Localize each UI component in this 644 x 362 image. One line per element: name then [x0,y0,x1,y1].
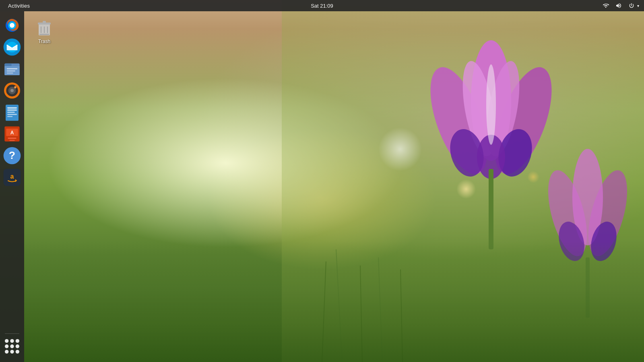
volume-icon[interactable] [614,2,623,9]
dock-item-firefox[interactable] [2,16,22,35]
svg-point-17 [486,64,496,145]
svg-point-40 [14,86,16,88]
top-panel: Activities Sat 21:09 ▾ [0,0,644,11]
svg-point-59 [16,339,19,343]
wifi-icon[interactable] [601,2,611,9]
svg-text:?: ? [9,149,15,161]
svg-text:A: A [10,130,14,136]
panel-clock[interactable]: Sat 21:09 [311,3,333,9]
dock-item-help[interactable]: ? [2,146,22,165]
panel-left: Activities [3,0,35,11]
dock-item-files[interactable] [2,59,22,78]
activities-button[interactable]: Activities [3,0,35,11]
svg-point-65 [16,350,19,354]
svg-rect-72 [39,34,49,35]
svg-rect-44 [7,112,15,113]
svg-rect-51 [8,138,16,139]
svg-point-63 [5,350,8,354]
trash-desktop-icon[interactable]: Trash [32,15,56,47]
svg-text:a: a [10,173,14,180]
dock-item-amazon[interactable]: a [2,168,22,187]
system-menu[interactable]: ▾ [627,2,641,9]
svg-rect-18 [489,169,493,249]
svg-point-27 [10,23,14,28]
svg-point-57 [5,339,8,343]
dock-separator [5,333,19,334]
dock: W A ? a [0,11,24,362]
svg-point-64 [10,350,14,354]
svg-rect-45 [7,114,17,115]
show-applications-button[interactable] [2,337,22,356]
svg-point-60 [5,344,8,348]
dock-item-writer[interactable]: W [2,103,22,122]
trash-icon [35,18,54,37]
svg-point-58 [10,339,14,343]
svg-point-61 [10,344,14,348]
panel-right: ▾ [601,2,641,9]
dock-bottom [0,332,24,362]
system-menu-chevron: ▾ [637,4,639,8]
desktop: Activities Sat 21:09 ▾ [0,0,644,362]
svg-rect-46 [7,116,12,117]
svg-rect-35 [7,72,13,74]
svg-rect-33 [7,68,18,70]
svg-rect-43 [7,109,17,111]
svg-rect-34 [7,70,15,72]
svg-point-39 [10,89,14,92]
dock-item-impress[interactable]: A [2,124,22,144]
svg-rect-52 [9,140,14,141]
svg-rect-31 [4,64,11,66]
dock-item-disk[interactable] [2,81,22,100]
svg-rect-71 [43,21,46,23]
wallpaper [282,0,644,362]
svg-point-62 [16,344,19,348]
svg-rect-24 [586,257,590,318]
dock-item-thunderbird[interactable] [2,37,22,57]
trash-label: Trash [38,39,50,44]
